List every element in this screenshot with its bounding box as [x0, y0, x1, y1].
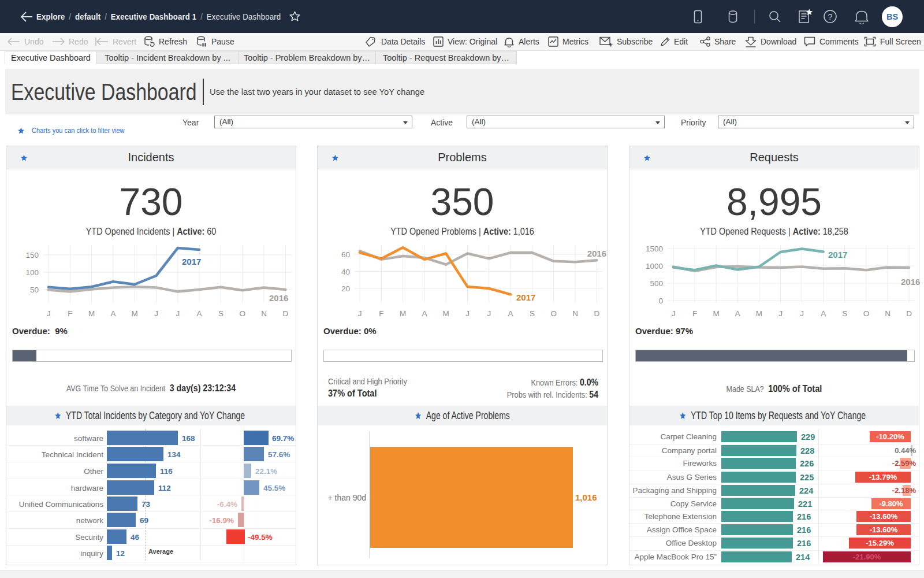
- svg-text:J: J: [778, 309, 783, 318]
- svg-text:S: S: [842, 309, 847, 318]
- svg-text:S: S: [218, 309, 223, 318]
- svg-text:D: D: [906, 309, 912, 318]
- svg-text:20: 20: [341, 284, 350, 293]
- svg-text:M: M: [443, 309, 449, 318]
- svg-text:J: J: [800, 309, 804, 318]
- svg-text:O: O: [239, 309, 245, 318]
- svg-text:J: J: [487, 309, 491, 318]
- svg-text:A: A: [422, 309, 427, 318]
- svg-text:A: A: [110, 309, 116, 318]
- svg-text:D: D: [594, 309, 599, 318]
- svg-text:A: A: [508, 309, 513, 318]
- svg-text:M: M: [756, 309, 762, 318]
- svg-text:J: J: [358, 309, 362, 318]
- svg-text:?: ?: [828, 12, 833, 21]
- svg-text:0: 0: [658, 297, 663, 305]
- svg-text:J: J: [154, 309, 158, 318]
- svg-text:J: J: [47, 309, 51, 318]
- svg-text:2016: 2016: [901, 277, 920, 287]
- svg-text:N: N: [261, 309, 267, 318]
- svg-text:D: D: [282, 309, 288, 318]
- svg-text:50: 50: [30, 286, 39, 294]
- svg-text:A: A: [735, 309, 740, 318]
- svg-text:1000: 1000: [646, 262, 663, 271]
- svg-text:150: 150: [25, 251, 39, 260]
- svg-text:2017: 2017: [182, 257, 201, 266]
- svg-text:M: M: [713, 309, 720, 318]
- svg-text:40: 40: [341, 268, 350, 276]
- svg-text:A: A: [197, 309, 202, 318]
- svg-text:O: O: [863, 309, 870, 318]
- svg-text:J: J: [672, 309, 676, 318]
- svg-text:M: M: [88, 309, 95, 318]
- svg-text:S: S: [530, 309, 535, 318]
- svg-text:2017: 2017: [516, 292, 535, 302]
- svg-text:J: J: [465, 309, 470, 318]
- svg-text:1500: 1500: [646, 244, 663, 253]
- svg-text:A: A: [821, 309, 826, 318]
- svg-text:M: M: [400, 309, 406, 318]
- svg-text:F: F: [692, 309, 697, 318]
- svg-text:F: F: [68, 309, 72, 318]
- svg-text:J: J: [176, 309, 180, 318]
- svg-text:2016: 2016: [587, 249, 606, 258]
- svg-text:2016: 2016: [269, 293, 288, 303]
- svg-text:500: 500: [650, 279, 663, 288]
- svg-text:100: 100: [25, 268, 39, 277]
- svg-text:F: F: [379, 309, 383, 318]
- svg-text:O: O: [550, 309, 557, 318]
- svg-text:N: N: [572, 309, 578, 318]
- svg-text:60: 60: [341, 250, 350, 259]
- svg-text:N: N: [885, 309, 891, 318]
- svg-text:2017: 2017: [828, 250, 847, 260]
- svg-text:M: M: [132, 309, 138, 318]
